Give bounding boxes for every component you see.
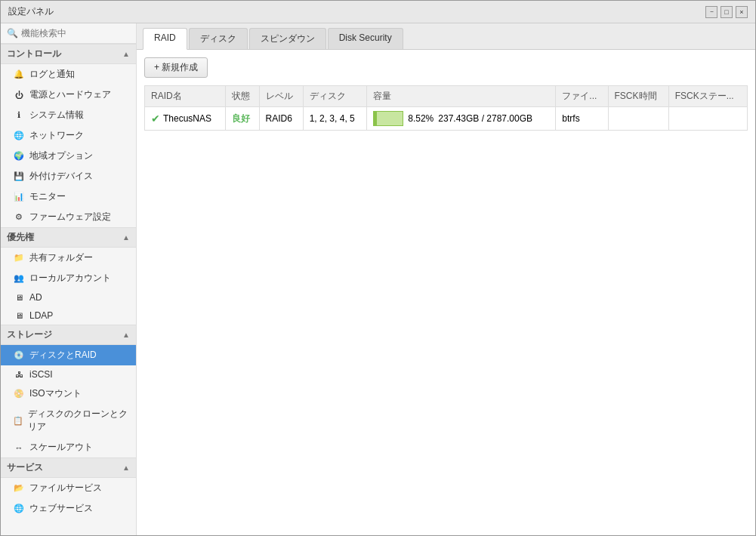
content-area: RAID ディスク スピンダウン Disk Security + 新規作成 RA…	[137, 23, 755, 535]
cell-name: ✔ ThecusNAS	[145, 107, 226, 131]
search-icon: 🔍	[7, 28, 18, 39]
sidebar-item-iso[interactable]: 📀 ISOマウント	[1, 384, 136, 404]
table-row[interactable]: ✔ ThecusNAS 良好 RAID6 1, 2, 3, 4, 5	[145, 107, 748, 131]
cell-fsck-status	[668, 107, 747, 131]
cell-fs: btrfs	[556, 107, 608, 131]
col-header-fsck-time: FSCK時間	[608, 86, 668, 107]
ldap-icon: 🖥	[13, 311, 25, 320]
sidebar-item-ldap[interactable]: 🖥 LDAP	[1, 307, 136, 325]
raid-panel: + 新規作成 RAID名 状態 レベル ディスク 容量 ファイ... FSCK時…	[137, 50, 755, 535]
section-header-services[interactable]: サービス ▲	[1, 457, 136, 478]
col-header-name: RAID名	[145, 86, 226, 107]
firmware-icon: ⚙	[13, 212, 25, 222]
sidebar-item-monitor[interactable]: 📊 モニター	[1, 186, 136, 207]
window-controls: － □ ×	[705, 6, 748, 18]
col-header-capacity: 容量	[367, 86, 556, 107]
sidebar-item-account[interactable]: 👥 ローカルアカウント	[1, 268, 136, 288]
collapse-icon: ▲	[122, 50, 130, 58]
capacity-text: 237.43GB / 2787.00GB	[438, 113, 532, 124]
webservice-icon: 🌐	[13, 504, 25, 513]
sidebar-item-shared[interactable]: 📁 共有フォルダー	[1, 248, 136, 268]
sidebar-item-fileservice[interactable]: 📂 ファイルサービス	[1, 478, 136, 498]
collapse-icon-3: ▲	[122, 331, 130, 339]
status-check-icon: ✔	[151, 112, 160, 125]
title-bar: 設定パネル － □ ×	[1, 1, 755, 23]
log-icon: 🔔	[13, 69, 25, 79]
info-icon: ℹ	[13, 110, 25, 120]
sidebar-item-diskraid[interactable]: 💿 ディスクとRAID	[1, 345, 136, 365]
usage-pct: 8.52%	[408, 113, 434, 124]
sidebar-item-ad[interactable]: 🖥 AD	[1, 288, 136, 307]
region-icon: 🌍	[13, 151, 25, 161]
iscsi-icon: 🖧	[13, 370, 25, 379]
monitor-icon: 📊	[13, 192, 25, 202]
tab-disk[interactable]: ディスク	[189, 28, 248, 49]
collapse-icon-4: ▲	[122, 464, 130, 472]
disk-bar-container: 8.52% 237.43GB / 2787.00GB	[373, 111, 549, 126]
col-header-level: レベル	[259, 86, 303, 107]
tab-spindown[interactable]: スピンダウン	[249, 28, 326, 49]
sidebar-item-sysinfo[interactable]: ℹ システム情報	[1, 105, 136, 125]
sidebar-item-region[interactable]: 🌍 地域オプション	[1, 146, 136, 166]
tab-bar: RAID ディスク スピンダウン Disk Security	[137, 23, 755, 50]
disk-icon: 💿	[13, 350, 25, 360]
iso-icon: 📀	[13, 389, 25, 399]
col-header-fs: ファイ...	[556, 86, 608, 107]
close-button[interactable]: ×	[736, 6, 748, 18]
sidebar-item-power[interactable]: ⏻ 電源とハードウェア	[1, 85, 136, 105]
users-icon: 👥	[13, 273, 25, 283]
cell-status: 良好	[225, 107, 259, 131]
restore-button[interactable]: □	[721, 6, 733, 18]
disk-usage-bar	[373, 111, 403, 126]
network-icon: 🌐	[13, 131, 25, 140]
sidebar-item-iscsi[interactable]: 🖧 iSCSI	[1, 365, 136, 384]
tab-disksecurity[interactable]: Disk Security	[328, 28, 403, 49]
col-header-disks: ディスク	[303, 86, 367, 107]
main-window: 設定パネル － □ × 🔍 コントロール ▲ 🔔 ログと通知 ⏻	[0, 0, 756, 536]
sidebar-item-firmware[interactable]: ⚙ ファームウェア設定	[1, 207, 136, 227]
disk-usage-fill	[374, 112, 376, 125]
cell-disks: 1, 2, 3, 4, 5	[303, 107, 367, 131]
raid-table: RAID名 状態 レベル ディスク 容量 ファイ... FSCK時間 FSCKス…	[144, 85, 748, 131]
collapse-icon-2: ▲	[122, 233, 130, 242]
fileservice-icon: 📂	[13, 483, 25, 493]
section-header-priority[interactable]: 優先権 ▲	[1, 227, 136, 248]
section-header-storage[interactable]: ストレージ ▲	[1, 325, 136, 345]
sidebar-item-diskclone[interactable]: 📋 ディスクのクローンとクリア	[1, 404, 136, 437]
folder-icon: 📁	[13, 253, 25, 263]
sidebar-item-webservice[interactable]: 🌐 ウェブサービス	[1, 498, 136, 519]
main-content: 🔍 コントロール ▲ 🔔 ログと通知 ⏻ 電源とハードウェア ℹ システム情報	[1, 23, 755, 535]
new-button[interactable]: + 新規作成	[144, 57, 208, 78]
cell-capacity: 8.52% 237.43GB / 2787.00GB	[367, 107, 556, 131]
sidebar: 🔍 コントロール ▲ 🔔 ログと通知 ⏻ 電源とハードウェア ℹ システム情報	[1, 23, 137, 535]
external-icon: 💾	[13, 171, 25, 181]
sidebar-item-network[interactable]: 🌐 ネットワーク	[1, 125, 136, 146]
power-icon: ⏻	[13, 91, 25, 100]
scaleout-icon: ↔	[13, 443, 25, 452]
sidebar-item-external[interactable]: 💾 外付けデバイス	[1, 166, 136, 186]
search-input[interactable]	[21, 28, 130, 39]
minimize-button[interactable]: －	[705, 6, 717, 18]
ad-icon: 🖥	[13, 293, 25, 302]
section-header-control[interactable]: コントロール ▲	[1, 44, 136, 64]
sidebar-item-scaleout[interactable]: ↔ スケールアウト	[1, 437, 136, 457]
cell-level: RAID6	[259, 107, 303, 131]
search-box[interactable]: 🔍	[1, 23, 136, 44]
toolbar: + 新規作成	[144, 57, 748, 78]
clone-icon: 📋	[13, 416, 23, 426]
col-header-fsck-status: FSCKステー...	[668, 86, 747, 107]
col-header-status: 状態	[225, 86, 259, 107]
sidebar-item-log[interactable]: 🔔 ログと通知	[1, 64, 136, 85]
window-title: 設定パネル	[8, 5, 54, 18]
cell-fsck-time	[608, 107, 668, 131]
tab-raid[interactable]: RAID	[143, 28, 187, 50]
